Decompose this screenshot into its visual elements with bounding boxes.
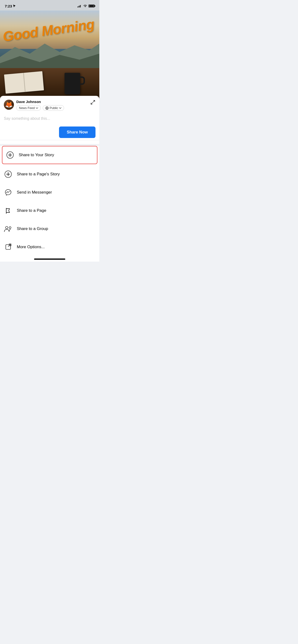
- svg-point-12: [9, 227, 11, 228]
- book-prop: [4, 71, 44, 94]
- public-label: Public: [50, 106, 58, 110]
- chevron-down-icon: [36, 107, 38, 109]
- share-page-story-option[interactable]: Share to a Page's Story: [0, 165, 99, 183]
- share-now-row: Share Now: [4, 126, 95, 138]
- add-circle-icon-2: [4, 170, 13, 178]
- share-card: Dave Johnson News Feed Public: [0, 96, 99, 144]
- home-indicator: [0, 256, 99, 262]
- user-meta: News Feed Public: [16, 105, 95, 111]
- user-info: Dave Johnson News Feed Public: [16, 100, 95, 111]
- home-bar: [34, 258, 65, 260]
- user-name: Dave Johnson: [16, 100, 95, 104]
- share-header: Dave Johnson News Feed Public: [4, 100, 95, 111]
- svg-rect-13: [6, 244, 11, 250]
- status-bar: 7:23: [0, 0, 99, 10]
- globe-icon: [45, 106, 49, 110]
- flag-icon: [4, 206, 13, 215]
- status-icons: [77, 4, 95, 8]
- share-your-story-label: Share to Your Story: [19, 152, 54, 158]
- share-box-icon: [4, 243, 13, 251]
- more-options-label: More Options...: [17, 244, 45, 250]
- public-selector[interactable]: Public: [43, 105, 64, 111]
- wifi-icon: [83, 4, 87, 8]
- share-page-label: Share to a Page: [17, 208, 46, 213]
- send-messenger-label: Send in Messenger: [17, 190, 52, 195]
- location-arrow-icon: [13, 4, 16, 8]
- share-options-list: Share to Your Story Share to a Page's St…: [0, 146, 99, 262]
- news-feed-label: News Feed: [19, 106, 35, 110]
- share-group-option[interactable]: Share to a Group: [0, 220, 99, 238]
- divider: [0, 140, 99, 140]
- post-image: Good Morning: [0, 10, 99, 99]
- group-icon: [4, 224, 13, 233]
- avatar: [4, 100, 14, 110]
- svg-point-0: [85, 7, 85, 8]
- share-page-story-label: Share to a Page's Story: [17, 172, 60, 176]
- mug-prop: [65, 73, 80, 94]
- status-time: 7:23: [5, 4, 16, 8]
- send-messenger-option[interactable]: Send in Messenger: [0, 183, 99, 202]
- signal-icon: [77, 4, 82, 8]
- battery-icon: [89, 4, 95, 8]
- chevron-down-icon-2: [59, 107, 61, 109]
- svg-point-11: [6, 226, 8, 229]
- expand-button[interactable]: [90, 100, 95, 105]
- time-display: 7:23: [5, 4, 12, 8]
- share-now-button[interactable]: Share Now: [59, 126, 95, 138]
- share-group-label: Share to a Group: [17, 226, 48, 231]
- caption-input[interactable]: Say something about this...: [4, 114, 95, 123]
- expand-icon: [90, 100, 95, 105]
- add-circle-icon: [6, 151, 14, 159]
- share-page-option[interactable]: Share to a Page: [0, 202, 99, 220]
- more-options-option[interactable]: More Options...: [0, 238, 99, 256]
- messenger-icon: [4, 188, 13, 197]
- news-feed-selector[interactable]: News Feed: [16, 105, 41, 111]
- share-your-story-option[interactable]: Share to Your Story: [2, 146, 97, 164]
